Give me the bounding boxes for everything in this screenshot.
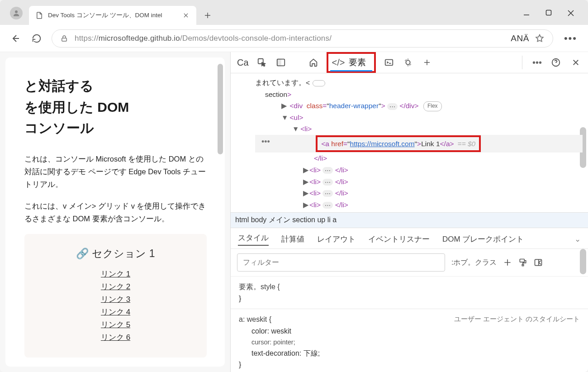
back-button[interactable]: [8, 32, 22, 45]
svg-rect-2: [62, 38, 67, 41]
new-rule-button[interactable]: [503, 258, 512, 267]
svg-rect-9: [520, 259, 525, 262]
ua-stylesheet-label: ユーザー エージェント のスタイルシート: [454, 314, 580, 324]
svg-point-7: [406, 60, 410, 64]
more-tabs-button[interactable]: [421, 57, 433, 68]
device-toolbar-icon[interactable]: [275, 57, 287, 68]
paint-icon[interactable]: [518, 258, 527, 267]
window-controls: [523, 10, 584, 25]
tab-listeners[interactable]: イベントリスナー: [368, 234, 430, 244]
browser-tab[interactable]: Dev Tools コンソール ツール、DOM intel: [29, 6, 196, 25]
inspect-element-icon[interactable]: [256, 57, 268, 68]
dom-div-row[interactable]: ▶ <div class="header-wrapper"> ⋯ </div> …: [255, 100, 583, 112]
link-1[interactable]: リンク 1: [33, 269, 198, 279]
section-1: 🔗セクション 1 リンク 1 リンク 2 リンク 3 リンク 4 リンク 5 リ…: [24, 234, 207, 358]
elements-tab[interactable]: </> 要素: [327, 52, 376, 73]
dom-section[interactable]: section>: [255, 89, 583, 100]
svg-rect-5: [277, 59, 280, 66]
browser-menu-button[interactable]: •••: [561, 33, 580, 44]
close-window-button[interactable]: [567, 10, 574, 17]
svg-rect-10: [522, 264, 524, 266]
url-text: https://microsoftedge.github.io/Demos/de…: [75, 34, 332, 43]
page-body: と対話する を使用した DOM コンソール これは、コンソール Microsof…: [5, 57, 225, 367]
tab-dom-breakpoints[interactable]: DOM ブレークポイント: [442, 234, 524, 244]
link-icon: 🔗: [76, 248, 89, 259]
devtools-close-button[interactable]: [570, 57, 582, 68]
file-icon: [35, 11, 43, 19]
link-4[interactable]: リンク 4: [33, 307, 198, 317]
tab-title: Dev Tools コンソール ツール、DOM intel: [48, 11, 175, 19]
favorite-button[interactable]: [535, 33, 545, 43]
computed-toggle-icon[interactable]: [534, 258, 543, 267]
tab-computed[interactable]: 計算値: [281, 234, 304, 244]
tab-close-button[interactable]: [180, 10, 192, 21]
svg-rect-1: [546, 10, 551, 15]
dom-ul-open[interactable]: ▼ <ul>: [255, 112, 583, 124]
devtools-more-button[interactable]: •••: [532, 57, 542, 68]
prop-cursor[interactable]: cursor: pointer;: [239, 337, 580, 348]
hov-cls-toggle[interactable]: :ホブ。クラス: [451, 258, 497, 267]
dom-li-3[interactable]: ▶<li> ⋯ </li>: [255, 176, 583, 188]
help-icon[interactable]: [550, 57, 562, 68]
dom-li-2[interactable]: ▶<li> ⋯ </li>: [255, 164, 583, 176]
new-tab-button[interactable]: [199, 7, 216, 24]
dom-li-4[interactable]: ▶<li> ⋯ </li>: [255, 187, 583, 199]
link-3[interactable]: リンク 3: [33, 294, 198, 305]
devtools-toolbar: Ca </> 要素 •••: [231, 52, 588, 73]
console-tab-icon[interactable]: [383, 57, 395, 68]
dom-li-close[interactable]: </li>: [255, 153, 583, 164]
links-list: リンク 1 リンク 2 リンク 3 リンク 4 リンク 5 リンク 6: [33, 269, 198, 343]
prop-color[interactable]: color: weskit: [239, 325, 580, 337]
devtools-panel: Ca </> 要素 ••• まれています。< section> ▶ <di: [230, 52, 588, 372]
titlebar: Dev Tools コンソール ツール、DOM intel: [0, 0, 588, 25]
devtools-prefix: Ca: [237, 57, 249, 68]
page-paragraph-2: これには、v メイン> グリッド v を使用して操作できるさまざまな DOM 要…: [24, 200, 207, 225]
page-scrollbar[interactable]: [218, 64, 223, 154]
address-bar[interactable]: https://microsoftedge.github.io/Demos/de…: [52, 29, 553, 48]
code-icon: </>: [332, 57, 345, 68]
dom-breadcrumb[interactable]: html body メイン section up li a: [231, 212, 588, 228]
maximize-button[interactable]: [545, 10, 552, 17]
element-style-rule[interactable]: 要素。style {: [239, 281, 580, 293]
reading-mode-label[interactable]: ANÄ: [511, 33, 529, 43]
refresh-button[interactable]: [30, 32, 43, 45]
page-paragraph-1: これは、コンソール Microsoft を使用した DOM との対話に関するデモ…: [24, 153, 207, 191]
dom-selected-row[interactable]: ••• <a href="https://microsoft.com">Link…: [255, 135, 583, 153]
dom-fragment: まれています。<: [255, 77, 583, 89]
section-1-title: 🔗セクション 1: [33, 247, 198, 261]
profile-avatar[interactable]: [10, 7, 23, 19]
prop-text-decoration[interactable]: text-decoration: 下線;: [239, 348, 580, 359]
dom-tree[interactable]: まれています。< section> ▶ <div class="header-w…: [231, 73, 588, 212]
svg-rect-6: [385, 60, 393, 66]
link-5[interactable]: リンク 5: [33, 320, 198, 330]
row-actions-icon[interactable]: •••: [261, 135, 270, 149]
dom-li-open[interactable]: ▼ <li>: [255, 123, 583, 135]
link-2[interactable]: リンク 2: [33, 281, 198, 292]
svg-point-0: [15, 10, 18, 13]
welcome-tab-icon[interactable]: [308, 57, 319, 68]
styles-tab-bar: スタイル 計算値 レイアウト イベントリスナー DOM ブレークポイント ⌄: [231, 228, 588, 249]
link-6[interactable]: リンク 6: [33, 332, 198, 343]
styles-overflow-button[interactable]: ⌄: [574, 234, 581, 244]
sources-tab-icon[interactable]: [402, 57, 414, 68]
a-rule-selector[interactable]: a: weskit {: [239, 315, 271, 323]
page-viewport: と対話する を使用した DOM コンソール これは、コンソール Microsof…: [0, 52, 230, 372]
styles-scrollbar[interactable]: [580, 249, 586, 274]
tab-layout[interactable]: レイアウト: [317, 234, 356, 244]
page-heading: と対話する を使用した DOM コンソール: [24, 76, 207, 139]
minimize-button[interactable]: [523, 10, 530, 17]
styles-toolbar: :ホブ。クラス: [231, 249, 588, 277]
url-bar: https://microsoftedge.github.io/Demos/de…: [0, 25, 588, 52]
tab-styles[interactable]: スタイル: [238, 233, 269, 246]
styles-filter-input[interactable]: [237, 253, 445, 272]
styles-body[interactable]: 要素。style { } ユーザー エージェント のスタイルシート a: wes…: [231, 277, 588, 372]
lock-icon: [60, 34, 68, 43]
dom-li-5[interactable]: ▶<li> ⋯ </li>: [255, 199, 583, 211]
